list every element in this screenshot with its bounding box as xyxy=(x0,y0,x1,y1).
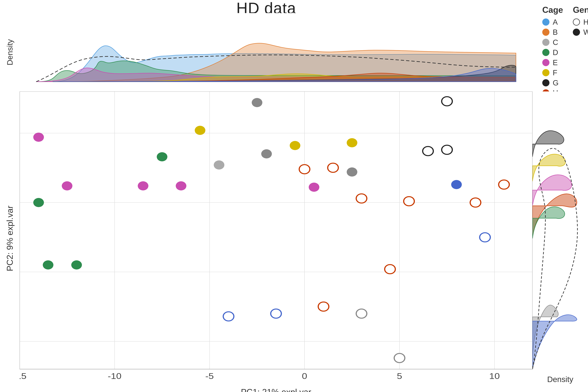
top-density-y-label: Density xyxy=(6,39,14,65)
legend-item-e: E xyxy=(542,58,563,67)
cage-e-label: E xyxy=(553,58,558,67)
legend-item-g: G xyxy=(542,78,563,87)
point-31 xyxy=(318,302,329,311)
scatter-y-label: PC2: 9% expl.var xyxy=(5,206,15,271)
point-8 xyxy=(176,181,186,190)
cage-g-dot xyxy=(542,79,550,86)
x-axis-row: PC1: 21% expl.var xyxy=(20,386,532,392)
point-23 xyxy=(442,97,452,106)
legend-item-wt: WT xyxy=(573,28,588,36)
point-19 xyxy=(356,194,367,203)
cage-a-label: A xyxy=(553,18,558,26)
point-25 xyxy=(451,180,462,189)
genotype-legend-title: Genotype xyxy=(573,5,588,15)
point-6 xyxy=(138,181,148,190)
cage-g-label: G xyxy=(553,78,558,87)
cage-a-dot xyxy=(542,18,550,26)
point-12 xyxy=(261,149,272,158)
point-9 xyxy=(195,126,205,135)
svg-text:5: 5 xyxy=(397,372,402,380)
point-11 xyxy=(252,98,262,107)
cage-c-label: C xyxy=(553,38,558,47)
right-density-container: Density xyxy=(532,92,588,386)
point-2 xyxy=(43,260,54,270)
legend-item-a: A xyxy=(542,18,563,26)
top-density-y-axis: Density xyxy=(0,13,20,92)
scatter-y-axis-col: PC2: 9% expl.var xyxy=(0,92,20,386)
point-5 xyxy=(62,181,72,190)
legend-item-d: D xyxy=(542,48,563,57)
svg-text:-15: -15 xyxy=(20,372,26,380)
legend-item-hd: HD xyxy=(573,18,588,26)
point-14 xyxy=(299,165,310,174)
cage-f-label: F xyxy=(553,68,557,77)
point-15 xyxy=(309,182,319,192)
right-density-svg xyxy=(532,92,585,386)
scatter-plot-area: -15 -10 -5 0 5 10 5 0 -5 -10 xyxy=(20,92,532,386)
point-17 xyxy=(347,168,357,176)
point-10 xyxy=(214,160,224,170)
cage-e-dot xyxy=(542,59,550,66)
top-density-svg xyxy=(20,13,532,88)
genotype-legend: Genotype HD WT xyxy=(573,5,588,36)
cage-f-dot xyxy=(542,69,550,76)
point-33 xyxy=(394,354,405,362)
point-22 xyxy=(423,146,433,156)
x-label: PC1: 21% expl.var xyxy=(241,387,311,392)
point-7 xyxy=(157,152,168,161)
point-1 xyxy=(33,198,44,207)
point-3 xyxy=(71,260,82,270)
hd-label: HD xyxy=(583,18,588,26)
wt-dot xyxy=(573,28,580,36)
point-13 xyxy=(290,141,300,150)
cage-b-dot xyxy=(542,28,550,36)
cage-legend-title: Cage xyxy=(542,5,563,15)
point-28 xyxy=(499,180,509,189)
title-row: HD data xyxy=(0,0,532,13)
point-16 xyxy=(328,163,338,172)
point-32 xyxy=(356,309,367,318)
legend-item-b: B xyxy=(542,28,563,36)
right-density-label: Density xyxy=(532,375,588,384)
point-24 xyxy=(442,145,452,154)
svg-text:10: 10 xyxy=(489,372,500,380)
point-29 xyxy=(223,312,234,321)
legend-area: Cage A B C D E F xyxy=(532,0,588,92)
scatter-svg: -15 -10 -5 0 5 10 5 0 -5 -10 xyxy=(20,92,532,386)
point-4 xyxy=(33,133,44,142)
hd-dot xyxy=(573,18,580,26)
svg-text:-5: -5 xyxy=(205,372,214,380)
point-27 xyxy=(480,233,490,242)
legend-item-c: C xyxy=(542,38,563,47)
point-21 xyxy=(404,197,414,206)
cage-c-dot xyxy=(542,39,550,46)
point-30 xyxy=(271,309,281,318)
point-18 xyxy=(347,138,357,147)
svg-text:0: 0 xyxy=(302,372,307,380)
point-26 xyxy=(470,198,481,207)
cage-d-dot xyxy=(542,49,550,56)
point-20 xyxy=(385,264,395,274)
svg-text:-10: -10 xyxy=(108,372,121,380)
wt-label: WT xyxy=(583,28,588,36)
legend-item-f: F xyxy=(542,68,563,77)
top-density-container: Density xyxy=(0,13,532,92)
cage-b-label: B xyxy=(553,28,558,36)
cage-d-label: D xyxy=(553,48,558,57)
